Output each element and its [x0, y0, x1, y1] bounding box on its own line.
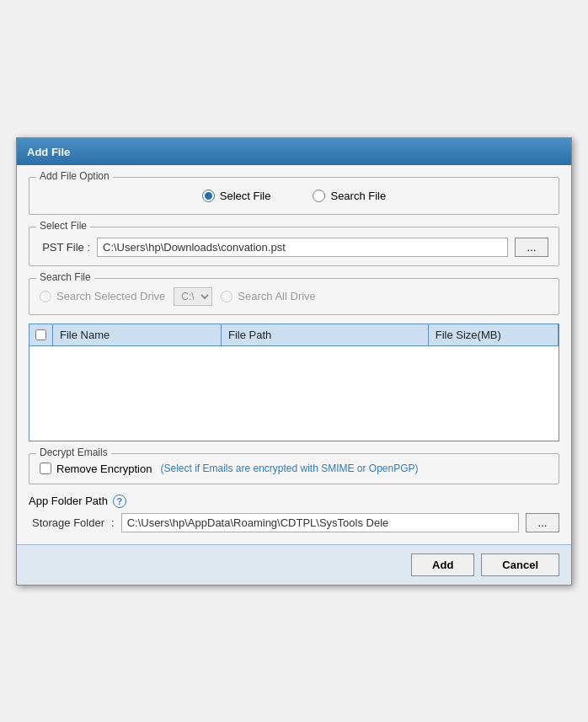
search-file-radio[interactable]	[313, 190, 325, 202]
remove-encryption-checkbox-label[interactable]: Remove Encryption	[40, 463, 152, 475]
search-all-label: Search All Drive	[238, 290, 315, 302]
search-file-section-label: Search File	[36, 271, 94, 283]
storage-row: Storage Folder : ...	[29, 513, 559, 532]
drive-select: C:\	[174, 287, 212, 306]
select-file-section-label: Select File	[36, 220, 90, 232]
search-row: Search Selected Drive C:\ Search All Dri…	[40, 287, 548, 306]
select-file-label: Select File	[220, 190, 271, 202]
storage-browse-button[interactable]: ...	[526, 513, 559, 532]
search-file-group: Search File Search Selected Drive C:\ Se…	[29, 278, 559, 315]
pst-input[interactable]	[97, 238, 508, 257]
dialog-title: Add File	[27, 146, 70, 158]
app-folder-title: App Folder Path ?	[29, 495, 559, 508]
dialog-body: Add File Option Select File Search File …	[17, 165, 571, 544]
decrypt-emails-label: Decrypt Emails	[36, 447, 111, 458]
table-header: File Name File Path File Size(MB)	[29, 324, 559, 346]
file-table: File Name File Path File Size(MB)	[29, 324, 559, 441]
storage-input[interactable]	[121, 513, 519, 532]
search-selected-radio	[40, 291, 51, 302]
remove-encryption-label: Remove Encryption	[56, 463, 152, 475]
cancel-button[interactable]: Cancel	[481, 554, 559, 576]
storage-label: Storage Folder	[29, 516, 104, 529]
select-all-checkbox[interactable]	[35, 329, 46, 340]
add-file-option-row: Select File Search File	[40, 186, 548, 206]
pst-label: PST File :	[40, 241, 90, 254]
header-filepath: File Path	[222, 324, 429, 345]
remove-encryption-checkbox[interactable]	[40, 463, 51, 474]
add-file-option-group: Add File Option Select File Search File	[29, 177, 559, 215]
header-filename: File Name	[53, 324, 222, 345]
search-selected-option[interactable]: Search Selected Drive	[40, 290, 165, 302]
dialog-footer: Add Cancel	[17, 544, 571, 585]
help-icon[interactable]: ?	[113, 495, 126, 508]
title-bar: Add File	[17, 138, 571, 165]
select-file-radio[interactable]	[202, 190, 215, 202]
decrypt-hint: (Select if Emails are encrypted with SMI…	[160, 463, 418, 474]
select-file-group: Select File PST File : ...	[29, 227, 559, 266]
search-all-option[interactable]: Search All Drive	[221, 290, 315, 302]
add-button[interactable]: Add	[411, 554, 474, 576]
pst-browse-button[interactable]: ...	[515, 238, 548, 257]
add-file-option-label: Add File Option	[36, 170, 113, 182]
search-all-radio	[221, 291, 233, 302]
select-file-option[interactable]: Select File	[202, 190, 271, 202]
decrypt-row: Remove Encryption (Select if Emails are …	[40, 463, 548, 475]
header-filesize: File Size(MB)	[429, 324, 559, 345]
app-folder-label: App Folder Path	[29, 495, 108, 507]
search-file-label: Search File	[330, 190, 386, 202]
table-body	[29, 346, 559, 431]
decrypt-emails-group: Decrypt Emails Remove Encryption (Select…	[29, 453, 559, 484]
storage-colon: :	[111, 516, 115, 529]
header-checkbox-cell	[29, 324, 53, 345]
app-folder-section: App Folder Path ? Storage Folder : ...	[29, 495, 559, 532]
search-file-option[interactable]: Search File	[313, 190, 386, 202]
add-file-dialog: Add File Add File Option Select File Sea…	[16, 137, 572, 586]
pst-row: PST File : ...	[40, 238, 548, 257]
search-selected-label: Search Selected Drive	[56, 290, 165, 302]
